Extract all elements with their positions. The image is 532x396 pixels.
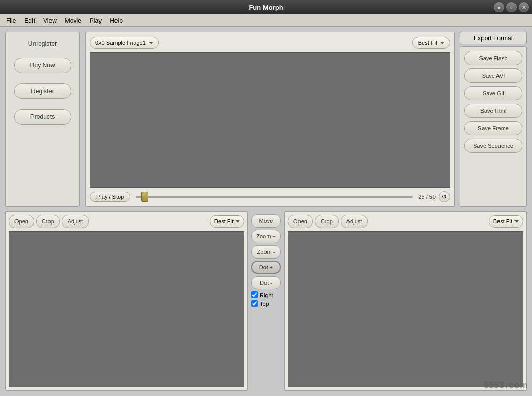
- minimize-button[interactable]: ●: [494, 2, 504, 12]
- right-fit-label: Best Fit: [493, 218, 512, 225]
- chevron-down-icon: [149, 42, 153, 44]
- left-fit-dropdown[interactable]: Best Fit: [210, 215, 244, 228]
- bottom-section: Open Crop Adjust Best Fit Move Zoom + Zo…: [5, 211, 527, 391]
- menu-movie[interactable]: Movie: [61, 16, 86, 25]
- image-label: 0x0 Sample Image1: [95, 40, 146, 46]
- save-html-button[interactable]: Save Html: [464, 104, 522, 118]
- zoom-plus-button[interactable]: Zoom +: [251, 230, 281, 243]
- slider-container[interactable]: [134, 196, 415, 198]
- menu-file[interactable]: File: [2, 16, 20, 25]
- preview-footer: Play / Stop 25 / 50 ↺: [90, 191, 450, 202]
- dot-plus-button[interactable]: Dot +: [251, 261, 281, 274]
- chevron-down-icon: [514, 220, 519, 223]
- top-checkbox-row[interactable]: Top: [251, 300, 281, 307]
- export-title: Export Format: [460, 32, 527, 44]
- preview-area: 0x0 Sample Image1 Best Fit Play / Stop 2: [85, 32, 455, 207]
- right-fit-dropdown[interactable]: Best Fit: [489, 215, 523, 228]
- left-crop-button[interactable]: Crop: [36, 215, 60, 228]
- products-button[interactable]: Products: [14, 109, 71, 125]
- export-buttons: Save Flash Save AVI Save Gif Save Html S…: [460, 46, 527, 207]
- register-button[interactable]: Register: [14, 83, 71, 99]
- left-open-button[interactable]: Open: [9, 215, 34, 228]
- dot-minus-button[interactable]: Dot -: [251, 276, 281, 289]
- title-bar: Fun Morph ● ○ ✕: [0, 0, 532, 14]
- right-adjust-button[interactable]: Adjust: [341, 215, 368, 228]
- refresh-button[interactable]: ↺: [439, 191, 450, 202]
- right-image-panel: Open Crop Adjust Best Fit: [284, 211, 527, 391]
- app-title: Fun Morph: [248, 4, 283, 11]
- middle-controls: Move Zoom + Zoom - Dot + Dot - Right Top: [248, 211, 284, 391]
- left-image-panel: Open Crop Adjust Best Fit: [5, 211, 248, 391]
- move-button[interactable]: Move: [251, 214, 281, 228]
- close-button[interactable]: ✕: [519, 2, 529, 12]
- slider-thumb[interactable]: [141, 192, 148, 202]
- menu-play[interactable]: Play: [86, 16, 106, 25]
- left-fit-label: Best Fit: [214, 218, 234, 225]
- top-section: Unregister Buy Now Register Products 0x0…: [5, 32, 527, 207]
- top-checkbox[interactable]: [251, 300, 258, 307]
- left-image-canvas: [9, 231, 244, 387]
- timeline-slider[interactable]: [136, 196, 413, 198]
- chevron-down-icon: [236, 220, 240, 223]
- menu-edit[interactable]: Edit: [20, 16, 39, 25]
- chevron-down-icon: [440, 42, 444, 44]
- image-selector-dropdown[interactable]: 0x0 Sample Image1: [90, 37, 159, 49]
- fit-selector-dropdown[interactable]: Best Fit: [412, 37, 450, 49]
- preview-header: 0x0 Sample Image1 Best Fit: [90, 37, 450, 49]
- play-stop-button[interactable]: Play / Stop: [90, 192, 130, 202]
- save-sequence-button[interactable]: Save Sequence: [464, 139, 522, 153]
- right-image-canvas: [288, 231, 523, 387]
- left-panel-header: Open Crop Adjust Best Fit: [9, 215, 244, 228]
- menu-bar: File Edit View Movie Play Help: [0, 14, 532, 27]
- export-panel: Export Format Save Flash Save AVI Save G…: [460, 32, 527, 207]
- unregister-title: Unregister: [28, 40, 57, 47]
- right-checkbox-row[interactable]: Right: [251, 291, 281, 298]
- right-panel-header: Open Crop Adjust Best Fit: [288, 215, 523, 228]
- save-avi-button[interactable]: Save AVI: [464, 68, 522, 83]
- save-frame-button[interactable]: Save Frame: [464, 121, 522, 135]
- fit-label: Best Fit: [418, 40, 437, 46]
- frame-counter: 25 / 50: [418, 194, 436, 200]
- right-checkbox[interactable]: [251, 291, 258, 298]
- watermark: 9553↓com: [484, 380, 528, 391]
- main-content: Unregister Buy Now Register Products 0x0…: [0, 27, 532, 396]
- save-flash-button[interactable]: Save Flash: [464, 51, 522, 65]
- right-open-button[interactable]: Open: [288, 215, 313, 228]
- zoom-minus-button[interactable]: Zoom -: [251, 245, 281, 259]
- top-label: Top: [260, 301, 269, 307]
- preview-canvas: [90, 52, 450, 188]
- right-label: Right: [260, 292, 273, 298]
- right-crop-button[interactable]: Crop: [315, 215, 339, 228]
- maximize-button[interactable]: ○: [506, 2, 517, 12]
- save-gif-button[interactable]: Save Gif: [464, 86, 522, 100]
- window-controls[interactable]: ● ○ ✕: [494, 2, 529, 12]
- menu-help[interactable]: Help: [106, 16, 127, 25]
- left-panel: Unregister Buy Now Register Products: [5, 32, 80, 207]
- menu-view[interactable]: View: [39, 16, 61, 25]
- left-adjust-button[interactable]: Adjust: [62, 215, 89, 228]
- buy-now-button[interactable]: Buy Now: [14, 58, 71, 73]
